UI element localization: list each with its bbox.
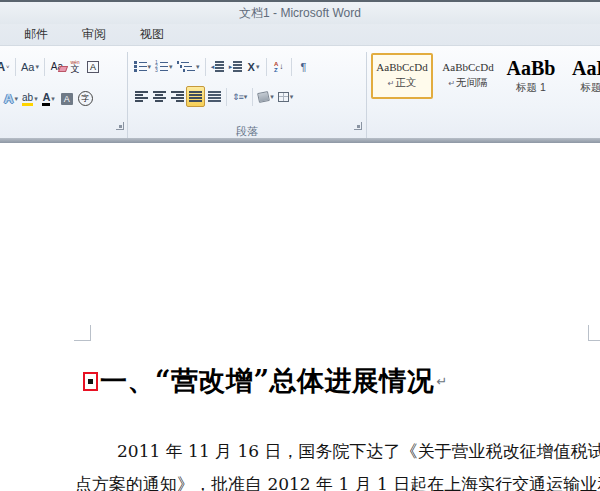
change-case-button[interactable]: Aa▾ xyxy=(19,56,41,77)
show-marks-button[interactable]: ¶ xyxy=(295,56,313,77)
tab-view[interactable]: 视图 xyxy=(136,24,168,45)
multilevel-list-icon xyxy=(177,62,196,72)
style-preview: AaBbCcDd xyxy=(442,62,493,73)
increase-indent-button[interactable]: ▸ xyxy=(227,56,245,77)
align-right-icon xyxy=(171,91,184,102)
outline-square-icon xyxy=(88,379,93,384)
character-border-button[interactable]: A xyxy=(84,56,102,77)
distributed-icon xyxy=(208,91,221,102)
shrink-caret-icon: ˅ xyxy=(6,64,10,70)
dropdown-icon: ▾ xyxy=(270,93,274,100)
sort-arrow-icon: ↓ xyxy=(279,62,283,71)
multilevel-list-button[interactable]: ▾ xyxy=(175,56,202,77)
tab-review[interactable]: 审阅 xyxy=(78,24,110,45)
separator xyxy=(226,88,227,106)
style-card-normal[interactable]: AaBbCcDd ↵正文 xyxy=(371,53,433,99)
font-group: A˅ Aa▾ Aa wén 文 A A▾ xyxy=(0,46,127,138)
paragraph-group-label: 段落 xyxy=(128,124,366,139)
dropdown-icon: ▾ xyxy=(290,93,294,100)
increase-indent-icon: ▸ xyxy=(229,61,243,72)
line-spacing-button[interactable]: ⇕≡▾ xyxy=(230,86,249,107)
tab-mailings[interactable]: 邮件 xyxy=(20,24,52,45)
sort-icon: A Z xyxy=(274,61,278,73)
numbering-icon: 1 2 3 xyxy=(155,62,168,72)
clear-formatting-icon: Aa xyxy=(51,61,63,72)
asian-layout-button[interactable]: X▾ xyxy=(245,56,263,77)
enclose-character-icon: 字 xyxy=(78,91,93,106)
align-right-button[interactable] xyxy=(168,86,186,107)
character-shading-button[interactable]: A xyxy=(58,88,76,109)
paragraph-style-icon: ↵ xyxy=(448,79,455,88)
red-annotation-box xyxy=(83,372,98,391)
align-center-icon xyxy=(153,91,166,102)
style-label: 标题 xyxy=(581,81,600,95)
paragraph-style-icon: ↵ xyxy=(388,79,395,88)
style-label: 标题 1 xyxy=(516,81,546,95)
margin-crop-mark-right xyxy=(588,325,600,341)
ribbon: A˅ Aa▾ Aa wén 文 A A▾ xyxy=(0,46,600,138)
paragraph-1: 2011 年 11 月 16 日，国务院下达了《关于营业税改征增值税试 点方案的… xyxy=(75,435,591,491)
align-left-button[interactable] xyxy=(132,86,150,107)
asian-layout-icon: X xyxy=(248,61,255,73)
character-shading-icon: A xyxy=(61,93,73,105)
change-case-icon: Aa xyxy=(21,61,34,73)
dropdown-icon: ▾ xyxy=(51,95,55,102)
decrease-indent-button[interactable]: ◂ xyxy=(209,56,227,77)
clear-formatting-button[interactable]: Aa xyxy=(48,56,66,77)
document-page[interactable]: 一、“营改增”总体进展情况 ↵ 2011 年 11 月 16 日，国务院下达了《… xyxy=(0,143,600,491)
align-center-button[interactable] xyxy=(150,86,168,107)
shrink-font-icon: A xyxy=(0,60,5,74)
separator xyxy=(44,58,45,76)
separator xyxy=(266,58,267,76)
shrink-font-button[interactable]: A˅ xyxy=(0,56,12,77)
distributed-button[interactable] xyxy=(205,86,223,107)
style-preview: AaB xyxy=(572,58,600,78)
ribbon-tab-row: 邮件 审阅 视图 xyxy=(0,24,600,46)
shading-button[interactable]: ▾ xyxy=(256,86,276,107)
title-bar: 文档1 - Microsoft Word xyxy=(0,0,600,24)
dropdown-icon: ▾ xyxy=(169,63,173,70)
bullets-icon xyxy=(134,62,147,72)
paragraph-group: ▾ 1 2 3 ▾ ▾ ◂ xyxy=(128,46,366,138)
font-color-button[interactable]: A▾ xyxy=(40,88,58,109)
styles-group: AaBbCcDd ↵正文 AaBbCcDd ↵无间隔 AaBb 标题 1 AaB… xyxy=(367,46,600,138)
font-color-icon: A xyxy=(42,91,50,106)
dropdown-icon: ▾ xyxy=(34,95,38,102)
bullets-button[interactable]: ▾ xyxy=(132,56,153,77)
style-card-no-spacing[interactable]: AaBbCcDd ↵无间隔 xyxy=(437,53,499,99)
style-card-heading2[interactable]: AaB 标题 xyxy=(563,53,600,99)
style-preview: AaBb xyxy=(507,58,556,78)
justify-button[interactable] xyxy=(186,86,205,107)
dropdown-icon: ▾ xyxy=(14,95,18,102)
decrease-indent-icon: ◂ xyxy=(211,61,225,72)
pinyin-base-text: 文 xyxy=(70,65,79,74)
text-highlight-button[interactable]: ab▾ xyxy=(20,88,40,109)
document-heading: 一、“营改增”总体进展情况 ↵ xyxy=(83,363,448,399)
sort-button[interactable]: A Z ↓ xyxy=(270,56,288,77)
dropdown-icon: ▾ xyxy=(244,93,248,100)
text-line: 2011 年 11 月 16 日，国务院下达了《关于营业税改征增值税试 xyxy=(75,435,591,468)
separator xyxy=(291,58,292,76)
paragraph-mark-icon: ↵ xyxy=(437,374,448,389)
text-line: 点方案的通知》，批准自 2012 年 1 月 1 日起在上海实行交通运输业和 xyxy=(75,468,591,491)
text-effects-button[interactable]: A▾ xyxy=(2,88,20,109)
sort-z-text: Z xyxy=(274,67,278,73)
style-preview: AaBbCcDd xyxy=(376,62,427,73)
paragraph-dialog-launcher[interactable] xyxy=(354,122,362,130)
pinyin-guide-button[interactable]: wén 文 xyxy=(66,56,84,77)
numbering-button[interactable]: 1 2 3 ▾ xyxy=(153,56,175,77)
separator xyxy=(205,58,206,76)
line-spacing-icon: ⇕≡ xyxy=(232,92,243,102)
font-dialog-launcher[interactable] xyxy=(116,122,124,130)
enclose-character-button[interactable]: 字 xyxy=(76,88,95,109)
style-label: 无间隔 xyxy=(456,76,488,90)
heading-text: 一、“营改增”总体进展情况 xyxy=(100,363,435,399)
paragraph-mark-icon: ¶ xyxy=(301,61,307,73)
style-card-heading1[interactable]: AaBb 标题 1 xyxy=(503,53,559,99)
separator xyxy=(252,88,253,106)
text-highlight-icon: ab xyxy=(22,92,33,106)
paint-bucket-icon xyxy=(257,90,270,102)
text-effects-icon: A xyxy=(4,91,13,106)
borders-button[interactable]: ▾ xyxy=(276,86,296,107)
margin-crop-mark-left xyxy=(74,325,91,341)
